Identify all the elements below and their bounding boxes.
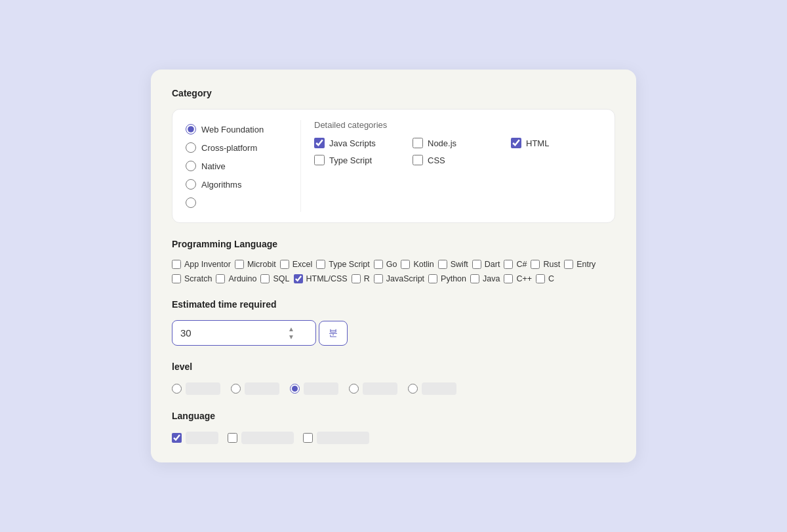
category-box: Web Foundation Cross-platform Native Alg… [172,109,615,223]
language-row [172,432,615,444]
prog-c[interactable]: C [536,274,554,283]
language-title: Language [172,411,615,421]
time-input-row: ▲ ▼ 분 [172,320,615,346]
lang-english[interactable] [228,432,294,444]
prog-swift[interactable]: Swift [438,260,468,269]
category-radio-cross[interactable]: Cross-platform [183,138,290,157]
level-1[interactable] [172,382,220,395]
lang-korean[interactable] [172,432,218,444]
checkbox-css[interactable]: CSS [413,155,506,165]
programming-title: Programming Language [172,239,615,249]
prog-javascript[interactable]: JavaScript [374,274,424,283]
time-input[interactable] [172,321,284,345]
checkbox-nodejs[interactable]: Node.js [413,138,506,148]
level-row [172,382,615,395]
prog-kotlin[interactable]: Kotlin [401,260,434,269]
level-section: level [172,361,615,395]
prog-entry[interactable]: Entry [564,260,595,269]
prog-appinventor[interactable]: App Inventor [172,260,231,269]
prog-arduino[interactable]: Arduino [216,274,256,283]
category-right-panel: Detailed categories Java Scripts Node.js… [301,120,604,212]
time-section: Estimated time required ▲ ▼ 분 [172,299,615,346]
time-spinners: ▲ ▼ [284,326,298,340]
programming-section: Programming Language App Inventor Microb… [172,239,615,283]
checkbox-html[interactable]: HTML [511,138,604,148]
level-title: level [172,361,615,372]
prog-htmlcss[interactable]: HTML/CSS [294,274,348,283]
time-down-button[interactable]: ▼ [288,334,294,340]
lang-japanese[interactable] [303,432,369,444]
category-radio-web[interactable]: Web Foundation [183,120,290,138]
prog-scratch[interactable]: Scratch [172,274,212,283]
level-5[interactable] [408,382,456,395]
prog-dart[interactable]: Dart [472,260,500,269]
prog-sql[interactable]: SQL [260,274,289,283]
programming-grid: App Inventor Microbit Excel Type Script … [172,260,615,283]
category-radio-native[interactable]: Native [183,157,290,175]
category-left-panel: Web Foundation Cross-platform Native Alg… [183,120,301,212]
prog-java[interactable]: Java [470,274,500,283]
prog-microbit[interactable]: Microbit [235,260,276,269]
prog-typescript[interactable]: Type Script [316,260,370,269]
main-card: Category Web Foundation Cross-platform N… [151,70,636,462]
time-input-wrap: ▲ ▼ [172,320,316,346]
category-title: Category [172,88,615,98]
language-section: Language [172,411,615,444]
detailed-categories-grid: Java Scripts Node.js HTML Type Script CS… [314,138,604,165]
prog-cplusplus[interactable]: C++ [504,274,532,283]
category-radio-algo[interactable]: Algorithms [183,175,290,194]
category-radio-other[interactable] [183,194,290,212]
prog-rust[interactable]: Rust [531,260,560,269]
level-4[interactable] [349,382,397,395]
prog-excel[interactable]: Excel [280,260,313,269]
prog-go[interactable]: Go [374,260,397,269]
detailed-categories-title: Detailed categories [314,120,604,130]
time-up-button[interactable]: ▲ [288,326,294,333]
level-2[interactable] [231,382,279,395]
checkbox-javascript[interactable]: Java Scripts [314,138,407,148]
time-title: Estimated time required [172,299,615,310]
time-unit-button[interactable]: 분 [319,321,348,346]
level-3[interactable] [290,382,338,395]
prog-python[interactable]: Python [428,274,466,283]
prog-r[interactable]: R [352,274,370,283]
prog-csharp[interactable]: C# [504,260,527,269]
checkbox-typescript[interactable]: Type Script [314,155,407,165]
